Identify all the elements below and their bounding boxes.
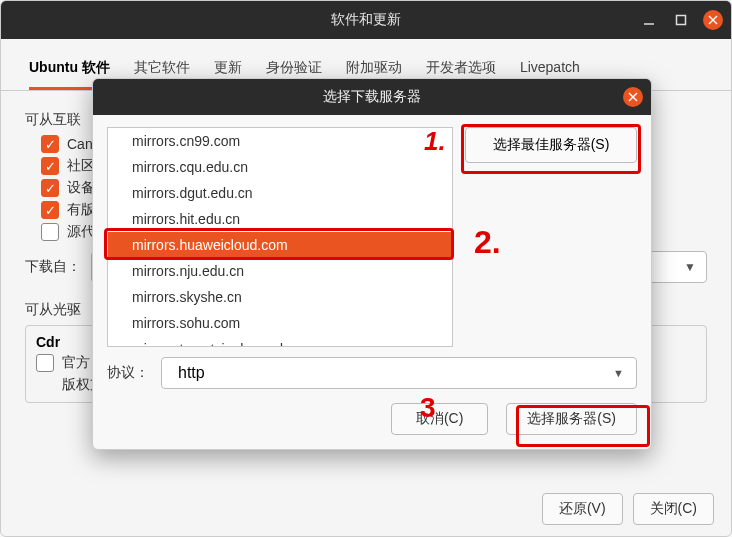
choose-server-button[interactable]: 选择服务器(S) — [506, 403, 637, 435]
mirror-item[interactable]: mirrors.nju.edu.cn — [108, 258, 452, 284]
select-best-server-button[interactable]: 选择最佳服务器(S) — [465, 127, 637, 163]
protocol-row: 协议： http ▼ — [93, 347, 651, 403]
mirror-item[interactable]: mirrors.sohu.com — [108, 310, 452, 336]
mirror-item-selected[interactable]: mirrors.huaweicloud.com — [108, 232, 452, 258]
choose-server-dialog: 选择下载服务器 mirrors.cn99.com mirrors.cqu.edu… — [92, 78, 652, 450]
protocol-select[interactable]: http ▼ — [161, 357, 637, 389]
mirror-item[interactable]: mirrors.dgut.edu.cn — [108, 180, 452, 206]
modal-close-button[interactable] — [623, 87, 643, 107]
mirror-item[interactable]: mirrors.cn99.com — [108, 128, 452, 154]
mirror-item[interactable]: mirrors.tuna.tsinghua.edu.cn — [108, 336, 452, 347]
chevron-down-icon: ▼ — [613, 367, 624, 379]
modal-title: 选择下载服务器 — [323, 88, 421, 106]
mirror-list[interactable]: mirrors.cn99.com mirrors.cqu.edu.cn mirr… — [107, 127, 453, 347]
modal-side: 选择最佳服务器(S) — [465, 127, 637, 347]
mirror-item[interactable]: mirrors.hit.edu.cn — [108, 206, 452, 232]
mirror-item[interactable]: mirrors.cqu.edu.cn — [108, 154, 452, 180]
modal-body: mirrors.cn99.com mirrors.cqu.edu.cn mirr… — [93, 115, 651, 347]
modal-titlebar: 选择下载服务器 — [93, 79, 651, 115]
protocol-value: http — [178, 364, 205, 382]
protocol-label: 协议： — [107, 364, 149, 382]
cancel-button[interactable]: 取消(C) — [391, 403, 488, 435]
mirror-item[interactable]: mirrors.skyshe.cn — [108, 284, 452, 310]
modal-footer: 取消(C) 选择服务器(S) — [93, 403, 651, 449]
